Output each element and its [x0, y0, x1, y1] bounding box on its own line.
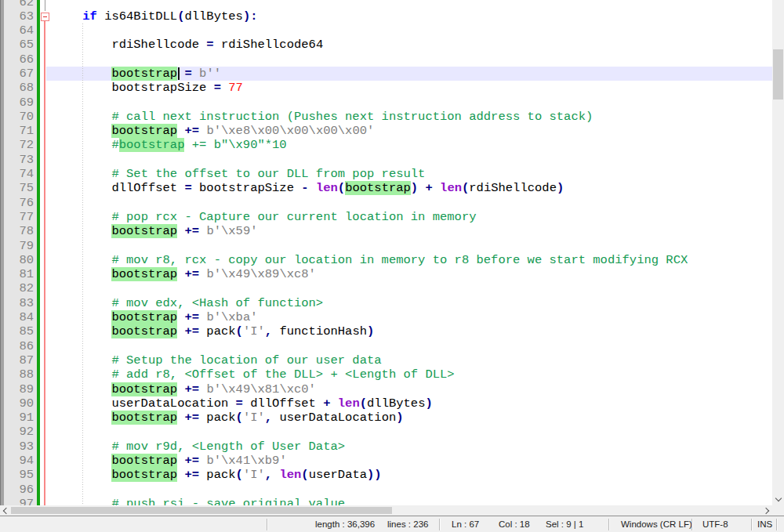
status-separator [608, 519, 610, 530]
line-number[interactable]: 86 [0, 339, 37, 353]
line-number[interactable]: 92 [0, 425, 37, 439]
code-line-72[interactable]: 72 #bootstrap += b"\x90"*10 [0, 138, 772, 152]
code-line-73[interactable]: 73 [0, 153, 772, 167]
line-number[interactable]: 82 [0, 281, 37, 295]
code-token: ) [557, 181, 564, 195]
code-text [53, 281, 772, 295]
line-number[interactable]: 71 [0, 124, 37, 138]
code-line-63[interactable]: 63 if is64BitDLL(dllBytes): [0, 9, 772, 24]
code-token: + [323, 396, 330, 411]
line-number[interactable]: 65 [0, 38, 37, 52]
code-token: len [338, 396, 360, 411]
code-line-93[interactable]: 93 # mov r9d, <Length of User Data> [0, 440, 772, 454]
line-number[interactable]: 96 [0, 483, 37, 497]
code-line-78[interactable]: 78 bootstrap += b'\x59' [0, 224, 772, 238]
code-token: # call next instruction (Pushes next ins… [111, 110, 593, 124]
code-text: bootstrap += b'\x41\xb9' [53, 454, 772, 468]
code-line-95[interactable]: 95 bootstrap += pack('I', len(userData)) [0, 468, 772, 482]
line-number[interactable]: 90 [0, 396, 37, 411]
code-line-94[interactable]: 94 bootstrap += b'\x41\xb9' [0, 454, 772, 468]
code-line-96[interactable]: 96 [0, 483, 772, 497]
line-number[interactable]: 70 [0, 110, 37, 124]
code-line-90[interactable]: 90 userDataLocation = dllOffset + len(dl… [0, 396, 772, 411]
line-number[interactable]: 95 [0, 468, 37, 482]
code-line-81[interactable]: 81 bootstrap += b'\x49\x89\xc8' [0, 267, 772, 281]
line-number[interactable]: 64 [0, 24, 37, 38]
line-number[interactable]: 97 [0, 497, 37, 505]
line-number[interactable]: 85 [0, 324, 37, 338]
code-line-67[interactable]: 67 bootstrap = b'' [0, 67, 772, 81]
line-number[interactable]: 83 [0, 296, 37, 310]
code-line-65[interactable]: 65 rdiShellcode = rdiShellcode64 [0, 38, 772, 52]
line-number[interactable]: 88 [0, 367, 37, 382]
scroll-left-button[interactable] [0, 505, 11, 516]
code-area[interactable]: 6263 if is64BitDLL(dllBytes):6465 rdiShe… [0, 0, 772, 505]
line-number[interactable]: 79 [0, 239, 37, 253]
code-line-82[interactable]: 82 [0, 281, 772, 295]
line-number[interactable]: 87 [0, 353, 37, 367]
code-line-77[interactable]: 77 # pop rcx - Capture our current locat… [0, 210, 772, 224]
line-number[interactable]: 69 [0, 96, 37, 110]
code-token: len [440, 181, 462, 195]
code-line-86[interactable]: 86 [0, 339, 772, 353]
line-number[interactable]: 75 [0, 181, 37, 195]
code-line-79[interactable]: 79 [0, 239, 772, 253]
code-line-87[interactable]: 87 # Setup the location of our user data [0, 353, 772, 367]
code-token [53, 353, 111, 367]
scroll-right-button[interactable] [760, 505, 772, 516]
line-number[interactable]: 74 [0, 167, 37, 181]
status-insert-mode[interactable]: INS [757, 516, 772, 532]
code-line-80[interactable]: 80 # mov r8, rcx - copy our location in … [0, 253, 772, 267]
line-number[interactable]: 63 [0, 9, 37, 24]
code-line-68[interactable]: 68 bootstrapSize = 77 [0, 81, 772, 95]
status-encoding[interactable]: UTF-8 [702, 516, 728, 532]
code-text: bootstrap += b'\xe8\x00\x00\x00\x00' [53, 124, 772, 138]
status-eol-format[interactable]: Windows (CR LF) [621, 516, 692, 532]
line-number[interactable]: 80 [0, 253, 37, 267]
code-token: dllOffset [243, 396, 323, 411]
code-line-64[interactable]: 64 [0, 24, 772, 38]
status-line-number: Ln : 67 [452, 516, 479, 532]
code-line-85[interactable]: 85 bootstrap += pack('I', functionHash) [0, 324, 772, 338]
horizontal-scrollbar-thumb[interactable] [11, 507, 392, 514]
line-number[interactable]: 93 [0, 440, 37, 454]
line-number[interactable]: 67 [0, 67, 37, 81]
code-line-76[interactable]: 76 [0, 196, 772, 210]
code-line-66[interactable]: 66 [0, 52, 772, 67]
code-line-89[interactable]: 89 bootstrap += b'\x49\x81\xc0' [0, 382, 772, 396]
code-line-69[interactable]: 69 [0, 96, 772, 110]
line-number[interactable]: 89 [0, 382, 37, 396]
code-line-75[interactable]: 75 dllOffset = bootstrapSize - len(boots… [0, 181, 772, 195]
code-token: ) [367, 324, 374, 338]
line-number[interactable]: 76 [0, 196, 37, 210]
line-number[interactable]: 94 [0, 454, 37, 468]
line-number[interactable]: 73 [0, 153, 37, 167]
code-line-84[interactable]: 84 bootstrap += b'\xba' [0, 310, 772, 324]
code-line-88[interactable]: 88 # add r8, <Offset of the DLL> + <Leng… [0, 367, 772, 382]
line-number[interactable]: 91 [0, 411, 37, 425]
line-number[interactable]: 77 [0, 210, 37, 224]
line-number[interactable]: 78 [0, 224, 37, 238]
code-line-74[interactable]: 74 # Set the offset to our DLL from pop … [0, 167, 772, 181]
code-line-91[interactable]: 91 bootstrap += pack('I', userDataLocati… [0, 411, 772, 425]
code-token: if [82, 9, 97, 24]
line-number[interactable]: 81 [0, 267, 37, 281]
code-text [53, 24, 772, 38]
line-number[interactable]: 62 [0, 0, 37, 9]
code-line-97[interactable]: 97 # push rsi - save original value [0, 497, 772, 505]
code-line-70[interactable]: 70 # call next instruction (Pushes next … [0, 110, 772, 124]
line-number[interactable]: 68 [0, 81, 37, 95]
line-number[interactable]: 72 [0, 138, 37, 152]
code-token: 'I' [243, 468, 265, 482]
editor[interactable]: 6263 if is64BitDLL(dllBytes):6465 rdiShe… [0, 0, 772, 505]
code-line-62[interactable]: 62 [0, 0, 772, 9]
scroll-down-button[interactable] [772, 492, 784, 505]
code-line-92[interactable]: 92 [0, 425, 772, 439]
line-number[interactable]: 84 [0, 310, 37, 324]
line-number[interactable]: 66 [0, 52, 37, 67]
code-line-71[interactable]: 71 bootstrap += b'\xe8\x00\x00\x00\x00' [0, 124, 772, 138]
vertical-scrollbar-thumb[interactable] [773, 49, 783, 100]
code-token: += [184, 224, 199, 238]
code-line-83[interactable]: 83 # mov edx, <Hash of function> [0, 296, 772, 310]
code-token: b'\x49\x89\xc8' [206, 267, 316, 281]
